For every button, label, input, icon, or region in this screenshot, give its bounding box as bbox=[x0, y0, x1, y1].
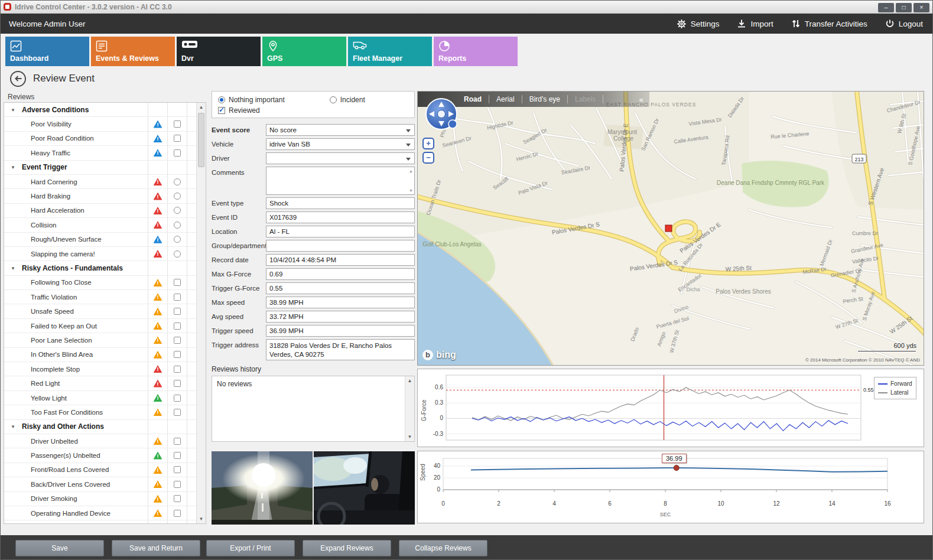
map-view-aerial[interactable]: Aerial bbox=[496, 95, 522, 103]
following-too-close-checkbox[interactable] bbox=[174, 279, 181, 286]
review-item-in-other-s-blind-area[interactable]: In Other's Blind Area! bbox=[4, 348, 196, 362]
scroll-down-icon[interactable]: ▼ bbox=[197, 515, 206, 523]
event-score-select[interactable]: No score bbox=[266, 124, 415, 136]
review-item-poor-visibility[interactable]: Poor Visibility! bbox=[4, 117, 196, 131]
review-item-hard-cornering[interactable]: Hard Cornering! bbox=[4, 175, 196, 189]
yellow-light-checkbox[interactable] bbox=[174, 395, 181, 402]
tab-dvr[interactable]: Dvr bbox=[177, 37, 261, 66]
road-camera-frame[interactable] bbox=[212, 451, 313, 525]
tab-events-reviews[interactable]: Events & Reviews bbox=[91, 37, 175, 66]
trigger-speed-marker[interactable] bbox=[674, 465, 679, 471]
review-item-unsafe-speed[interactable]: Unsafe Speed! bbox=[4, 304, 196, 318]
review-item-failed-to-keep-an-out[interactable]: Failed to Keep an Out! bbox=[4, 319, 196, 333]
driver-unbelted-checkbox[interactable] bbox=[174, 438, 181, 445]
scroll-up-icon[interactable]: ▲ bbox=[405, 376, 414, 385]
unsafe-speed-checkbox[interactable] bbox=[174, 308, 181, 315]
back-driver-lens-covered-checkbox[interactable] bbox=[174, 481, 181, 488]
map[interactable]: EAST RANCHO PALOS VERDESMarymountCollege… bbox=[417, 91, 924, 366]
expand-reviews-button[interactable]: Expand Reviews bbox=[303, 540, 391, 556]
vehicle-select[interactable]: idrive Van SB bbox=[266, 138, 415, 150]
collapse-caret-icon[interactable]: ▾ bbox=[4, 265, 22, 271]
hard-braking-radio[interactable] bbox=[174, 193, 181, 200]
poor-visibility-checkbox[interactable] bbox=[174, 121, 181, 128]
tab-dashboard[interactable]: Dashboard bbox=[5, 37, 89, 66]
incomplete-stop-checkbox[interactable] bbox=[174, 366, 181, 373]
trigger-speed-field[interactable]: 36.99 MPH bbox=[266, 325, 415, 337]
review-item-front-road-lens-covered[interactable]: Front/Road Lens Covered! bbox=[4, 463, 196, 477]
review-item-red-light[interactable]: Red Light! bbox=[4, 376, 196, 390]
header-settings[interactable]: Settings bbox=[677, 19, 720, 29]
record-date-field[interactable]: 10/4/2014 4:48:54 PM bbox=[266, 254, 415, 266]
map-view-bird-s-eye[interactable]: Bird's eye bbox=[529, 95, 568, 103]
event-id-field[interactable]: X017639 bbox=[266, 211, 415, 223]
collapse-caret-icon[interactable]: ▾ bbox=[4, 164, 22, 170]
review-item-back-driver-lens-covered[interactable]: Back/Driver Lens Covered! bbox=[4, 477, 196, 491]
poor-lane-selection-checkbox[interactable] bbox=[174, 337, 181, 344]
review-item-operating-handled-device[interactable]: Operating Handled Device! bbox=[4, 506, 196, 520]
review-item-heavy-traffic[interactable]: Heavy Traffic! bbox=[4, 146, 196, 160]
location-field[interactable]: Al - FL bbox=[266, 226, 415, 237]
review-item-following-too-close[interactable]: Following Too Close! bbox=[4, 276, 196, 290]
group-department-field[interactable] bbox=[266, 240, 415, 252]
option-reviewed[interactable]: Reviewed bbox=[218, 106, 260, 115]
cabin-camera-frame[interactable] bbox=[314, 451, 415, 525]
save-button[interactable]: Save bbox=[15, 540, 104, 556]
reviews-history-list[interactable]: No reviews▲▼ bbox=[212, 376, 415, 442]
map-view-labels[interactable]: Labels bbox=[575, 95, 603, 103]
minimize-button[interactable]: – bbox=[878, 3, 894, 12]
zoom-in-button[interactable]: + bbox=[422, 138, 434, 149]
review-item-rough-uneven-surface[interactable]: Rough/Uneven Surface! bbox=[4, 233, 196, 247]
poor-road-condition-checkbox[interactable] bbox=[174, 135, 181, 142]
review-group-adverse-conditions[interactable]: ▾Adverse Conditions bbox=[4, 103, 196, 117]
review-item-yellow-light[interactable]: Yellow Light! bbox=[4, 391, 196, 405]
collision-radio[interactable] bbox=[174, 222, 181, 229]
collapse-caret-icon[interactable]: ▾ bbox=[4, 107, 22, 113]
review-group-risky-and-other-actions[interactable]: ▾Risky and Other Actions bbox=[4, 420, 196, 434]
review-item-traffic-violation[interactable]: Traffic Violation! bbox=[4, 290, 196, 304]
review-group-event-trigger[interactable]: ▾Event Trigger bbox=[4, 161, 196, 175]
review-item-incomplete-stop[interactable]: Incomplete Stop! bbox=[4, 362, 196, 376]
failed-to-keep-an-out-checkbox[interactable] bbox=[174, 323, 181, 330]
review-item-passenger-s-unbelted[interactable]: Passenger(s) Unbelted! bbox=[4, 448, 196, 463]
review-item-hard-acceleration[interactable]: Hard Acceleration! bbox=[4, 204, 196, 218]
trigger-g-force-field[interactable]: 0.55 bbox=[266, 282, 415, 294]
hard-acceleration-radio[interactable] bbox=[174, 207, 181, 214]
tab-reports[interactable]: Reports bbox=[434, 37, 518, 66]
map-view-road[interactable]: Road bbox=[464, 95, 489, 103]
scrollbar-thumb[interactable] bbox=[198, 113, 204, 167]
option-nothing-important[interactable]: Nothing important bbox=[218, 96, 285, 104]
review-item-poor-road-condition[interactable]: Poor Road Condition! bbox=[4, 132, 196, 146]
nothing-important-radio[interactable] bbox=[218, 96, 225, 103]
max-g-force-field[interactable]: 0.69 bbox=[266, 268, 415, 280]
rough-uneven-surface-radio[interactable] bbox=[174, 236, 181, 243]
header-transfer-activities[interactable]: Transfer Activities bbox=[791, 19, 867, 28]
zoom-out-button[interactable]: − bbox=[422, 152, 434, 164]
header-logout[interactable]: Logout bbox=[885, 19, 923, 28]
review-item-item[interactable]: ! bbox=[4, 520, 196, 523]
review-item-poor-lane-selection[interactable]: Poor Lane Selection! bbox=[4, 333, 196, 347]
slapping-the-camera-radio[interactable] bbox=[174, 250, 181, 258]
scroll-up-icon[interactable]: ▲ bbox=[197, 103, 206, 112]
back-button[interactable] bbox=[10, 71, 26, 87]
history-scrollbar[interactable]: ▲▼ bbox=[405, 376, 414, 441]
save-and-return-button[interactable]: Save and Return bbox=[112, 540, 200, 556]
comments-textarea[interactable]: ▲▼ bbox=[266, 167, 415, 195]
export-print-button[interactable]: Export / Print bbox=[206, 540, 295, 556]
too-fast-for-conditions-checkbox[interactable] bbox=[174, 409, 181, 416]
trigger-address-field[interactable]: 31828 Palos Verdes Dr E, Rancho Palos Ve… bbox=[266, 339, 415, 360]
maximize-button[interactable]: □ bbox=[896, 3, 912, 12]
review-item-hard-braking[interactable]: Hard Braking! bbox=[4, 189, 196, 203]
front-road-lens-covered-checkbox[interactable] bbox=[174, 466, 181, 473]
reviews-scrollbar[interactable]: ▲ ▼ bbox=[196, 103, 206, 523]
event-type-field[interactable]: Shock bbox=[266, 197, 415, 209]
review-item-driver-smoking[interactable]: Driver Smoking! bbox=[4, 492, 196, 506]
tab-fleet-manager[interactable]: Fleet Manager bbox=[348, 37, 432, 66]
collapse-caret-icon[interactable]: ▾ bbox=[4, 424, 22, 429]
review-item-slapping-the-camera[interactable]: Slapping the camera!! bbox=[4, 247, 196, 261]
driver-select[interactable] bbox=[266, 152, 415, 164]
scroll-down-icon[interactable]: ▼ bbox=[405, 432, 414, 441]
traffic-violation-checkbox[interactable] bbox=[174, 294, 181, 301]
map-toolbar-collapse-button[interactable]: « bbox=[639, 95, 643, 104]
heavy-traffic-checkbox[interactable] bbox=[174, 149, 181, 157]
scroll-up-icon[interactable]: ▲ bbox=[409, 169, 413, 173]
